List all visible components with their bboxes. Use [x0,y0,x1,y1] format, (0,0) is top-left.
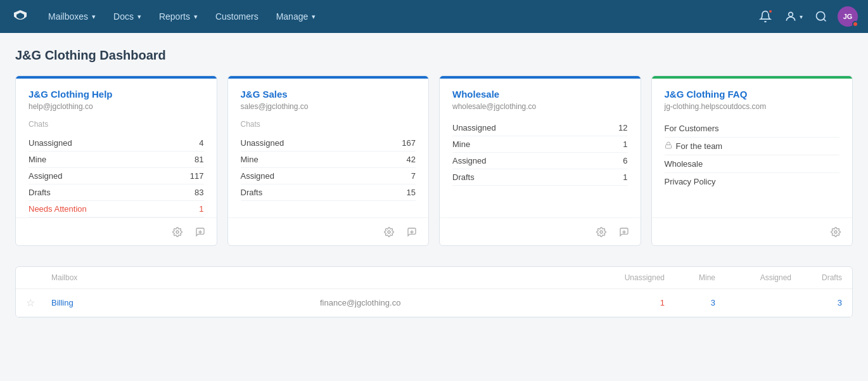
card-email: help@jgclothing.co [29,102,204,111]
svg-line-2 [824,19,826,22]
card-email: sales@jgclothing.co [241,102,416,111]
card-stat-row: Assigned 7 [241,168,416,184]
page-content: J&G Clothing Dashboard J&G Clothing Help… [0,33,868,318]
card-stat-row-attention: Needs Attention 1 [29,201,204,217]
mailbox-email: finance@jgclothing.co [320,298,589,307]
card-stat-row: Unassigned 4 [29,135,204,152]
card-new-conversation-button[interactable] [191,223,209,241]
chevron-down-icon: ▾ [312,13,316,21]
card-jg-sales: J&G Sales sales@jgclothing.co Chats Unas… [227,75,430,246]
svg-point-1 [817,12,825,20]
mine-count: 3 [665,298,715,307]
faq-link-label: For Customers [665,124,719,133]
card-accent [440,76,641,79]
faq-link-label: Wholesale [665,159,703,169]
card-stat-row: Mine 1 [452,136,628,153]
svg-point-6 [388,231,390,233]
faq-link-wholesale[interactable]: Wholesale [665,155,840,173]
card-stat-row: Mine 42 [241,152,416,168]
mailbox-table: Mailbox Unassigned Mine Assigned Drafts … [15,266,853,318]
nav-customers[interactable]: Customers [208,8,266,25]
chevron-down-icon: ▾ [800,13,803,20]
card-stat-row: Unassigned 12 [452,120,628,136]
chevron-down-icon: ▾ [92,13,96,21]
card-wholesale: Wholesale wholesale@jgclothing.co Unassi… [439,75,641,246]
user-menu-button[interactable]: ▾ [782,5,805,28]
avatar-initials: JG [843,13,853,20]
avatar[interactable]: JG [838,6,858,27]
svg-rect-12 [665,145,671,149]
chevron-down-icon: ▾ [194,13,198,21]
faq-link-for-team[interactable]: For the team [665,138,840,155]
nav-manage[interactable]: Manage ▾ [269,8,324,25]
svg-point-3 [176,231,179,233]
search-button[interactable] [810,5,833,28]
card-jg-help: J&G Clothing Help help@jgclothing.co Cha… [15,75,217,246]
cards-row: J&G Clothing Help help@jgclothing.co Cha… [15,75,853,246]
nav-reports[interactable]: Reports ▾ [151,8,205,25]
page-title: J&G Clothing Dashboard [15,48,853,63]
card-accent [652,76,853,79]
card-settings-button[interactable] [592,223,610,241]
card-email: wholesale@jgclothing.co [452,102,628,111]
navbar: Mailboxes ▾ Docs ▾ Reports ▾ Customers M… [0,0,868,33]
card-title[interactable]: J&G Clothing Help [29,89,204,100]
nav-mailboxes[interactable]: Mailboxes ▾ [41,8,103,25]
card-settings-button[interactable] [380,223,398,241]
table-header-star [26,273,51,282]
lock-icon [665,141,672,151]
card-settings-button[interactable] [827,223,845,241]
faq-link-privacy[interactable]: Privacy Policy [665,173,840,190]
table-row: ☆ Billing finance@jgclothing.co 1 3 3 [16,289,852,317]
card-email: jg-clothing.helpscoutdocs.com [665,102,840,111]
card-footer [228,217,429,245]
card-footer [652,217,853,245]
card-jg-faq: J&G Clothing FAQ jg-clothing.helpscoutdo… [651,75,853,246]
table-header: Mailbox Unassigned Mine Assigned Drafts [16,267,852,289]
card-footer [16,217,217,245]
card-new-conversation-button[interactable] [403,223,421,241]
table-header-assigned: Assigned [715,273,791,282]
card-accent [16,76,217,79]
svg-point-0 [788,12,793,16]
faq-link-label: Privacy Policy [665,177,716,186]
card-stat-row: Drafts 83 [29,184,204,201]
notifications-button[interactable] [754,5,777,28]
avatar-status-badge [852,21,858,27]
faq-link-label: For the team [676,141,723,151]
nav-docs[interactable]: Docs ▾ [106,8,149,25]
card-title[interactable]: Wholesale [452,89,628,100]
card-stat-row: Drafts 15 [241,184,416,201]
chevron-down-icon: ▾ [137,13,141,21]
table-header-email [320,273,589,282]
drafts-count: 3 [791,298,842,307]
table-header-drafts: Drafts [791,273,842,282]
card-title[interactable]: J&G Sales [241,89,416,100]
svg-point-9 [600,231,603,233]
table-header-unassigned: Unassigned [589,273,665,282]
card-accent [228,76,429,79]
brand-logo[interactable] [10,6,30,27]
card-stat-row: Assigned 117 [29,168,204,184]
notification-badge [768,9,773,14]
card-section-label: Chats [241,120,416,129]
card-new-conversation-button[interactable] [615,223,633,241]
mailbox-name[interactable]: Billing [51,298,320,307]
table-header-mine: Mine [665,273,715,282]
faq-link-for-customers[interactable]: For Customers [665,120,840,138]
card-stat-row: Unassigned 167 [241,135,416,152]
card-settings-button[interactable] [169,223,186,241]
card-title[interactable]: J&G Clothing FAQ [665,89,840,100]
card-section-label: Chats [29,120,204,129]
card-stat-row: Mine 81 [29,152,204,168]
unassigned-count: 1 [589,298,665,307]
star-toggle[interactable]: ☆ [26,297,51,309]
svg-point-13 [834,231,837,233]
table-header-mailbox: Mailbox [51,273,320,282]
card-stat-row: Assigned 6 [452,153,628,169]
card-footer [440,217,641,245]
card-stat-row: Drafts 1 [452,169,628,186]
nav-right-actions: ▾ JG [754,5,858,28]
